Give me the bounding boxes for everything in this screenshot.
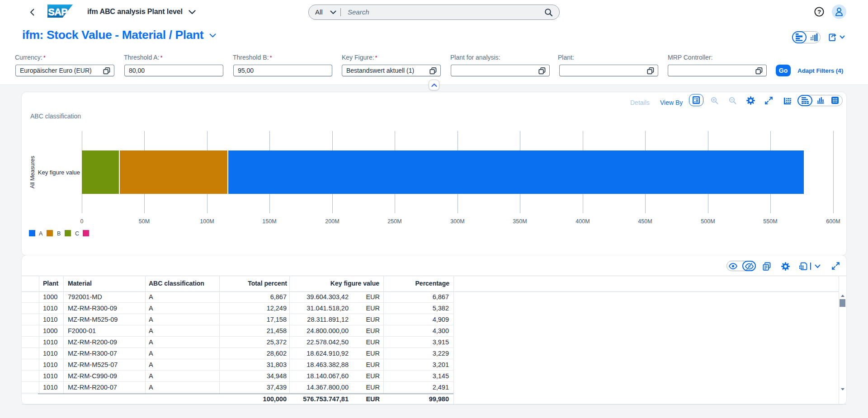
svg-text:SAP: SAP (48, 7, 68, 18)
svg-text:?: ? (817, 9, 821, 15)
